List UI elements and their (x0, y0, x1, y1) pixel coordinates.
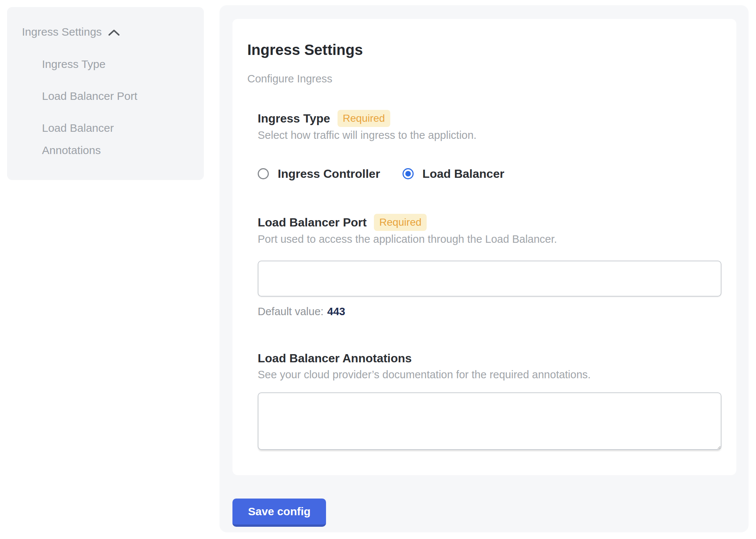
sidebar-group-toggle[interactable]: Ingress Settings (22, 24, 189, 40)
required-badge: Required (338, 110, 390, 127)
load-balancer-port-section: Load Balancer Port Required Port used to… (258, 214, 721, 319)
radio-load-balancer[interactable] (403, 168, 414, 179)
load-balancer-port-input[interactable] (258, 261, 721, 297)
ingress-type-radio-group: Ingress Controller Load Balancer (258, 166, 721, 182)
save-config-button[interactable]: Save config (232, 499, 326, 527)
load-balancer-annotations-section: Load Balancer Annotations See your cloud… (258, 350, 721, 450)
sidebar-nav: Ingress Type Load Balancer Port Load Bal… (42, 53, 189, 161)
chevron-up-icon (108, 29, 120, 36)
ingress-type-description: Select how traffic will ingress to the a… (258, 128, 721, 143)
settings-sidebar: Ingress Settings Ingress Type Load Balan… (7, 7, 204, 180)
radio-label-load-balancer: Load Balancer (423, 166, 505, 182)
required-badge: Required (374, 214, 427, 231)
load-balancer-annotations-textarea[interactable] (258, 392, 721, 450)
sidebar-group-label: Ingress Settings (22, 24, 102, 40)
load-balancer-port-description: Port used to access the application thro… (258, 232, 721, 246)
load-balancer-annotations-label: Load Balancer Annotations (258, 350, 412, 366)
ingress-settings-card: Ingress Settings Configure Ingress Ingre… (232, 19, 736, 475)
radio-option-ingress-controller[interactable]: Ingress Controller (258, 166, 380, 182)
page-subtitle: Configure Ingress (247, 71, 721, 86)
radio-label-ingress-controller: Ingress Controller (278, 166, 380, 182)
sidebar-item-load-balancer-port[interactable]: Load Balancer Port (42, 85, 164, 107)
radio-ingress-controller[interactable] (258, 168, 269, 179)
sidebar-item-load-balancer-annotations[interactable]: Load Balancer Annotations (42, 117, 164, 161)
default-value: 443 (327, 306, 345, 317)
page-title: Ingress Settings (247, 41, 721, 59)
load-balancer-port-label: Load Balancer Port (258, 214, 366, 231)
load-balancer-annotations-description: See your cloud provider’s documentation … (258, 367, 721, 382)
sidebar-item-ingress-type[interactable]: Ingress Type (42, 53, 164, 75)
ingress-type-section: Ingress Type Required Select how traffic… (258, 110, 721, 182)
ingress-type-label: Ingress Type (258, 110, 330, 127)
main-panel: Ingress Settings Configure Ingress Ingre… (219, 5, 749, 532)
default-value-label: Default value: (258, 306, 323, 317)
fields-container: Ingress Type Required Select how traffic… (258, 110, 721, 450)
radio-option-load-balancer[interactable]: Load Balancer (403, 166, 505, 182)
default-value-row: Default value:443 (258, 304, 721, 319)
